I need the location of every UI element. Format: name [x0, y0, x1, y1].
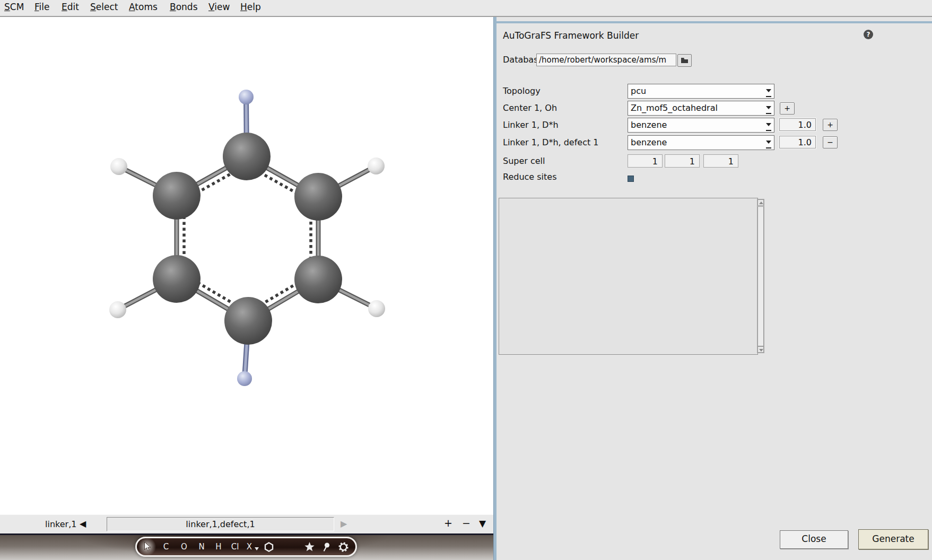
tab-active-linker-defect[interactable]: linker,1,defect,1: [107, 517, 334, 531]
panel-top-accent: [497, 21, 932, 23]
supercell-x-input[interactable]: 1: [628, 154, 663, 168]
element-toolbar: C O N H Cl X: [135, 537, 357, 557]
linker1-defect-dropdown[interactable]: benzene: [628, 135, 774, 150]
add-linker-button[interactable]: +: [823, 119, 838, 131]
folder-icon: [681, 57, 689, 64]
generate-button[interactable]: Generate: [858, 529, 928, 549]
panel-title: AuToGraFS Framework Builder: [503, 30, 639, 41]
scroll-down-button[interactable]: [757, 346, 764, 353]
molecule-list-dropdown-icon[interactable]: ▼: [479, 518, 486, 529]
element-c-button[interactable]: C: [160, 538, 172, 555]
remove-defect-button[interactable]: −: [823, 136, 838, 148]
menu-bonds[interactable]: Bonds: [170, 2, 198, 12]
balloon-pin-icon[interactable]: [320, 538, 332, 555]
menu-edit[interactable]: Edit: [62, 2, 79, 12]
carbon-atom[interactable]: [294, 256, 342, 303]
element-x-dropdown-icon[interactable]: [254, 540, 259, 557]
remove-molecule-button[interactable]: −: [462, 517, 471, 529]
benzene-molecule: [0, 17, 493, 514]
close-button[interactable]: Close: [780, 530, 848, 549]
carbon-atom[interactable]: [224, 297, 272, 345]
supercell-z-input[interactable]: 1: [703, 154, 738, 168]
carbon-atom[interactable]: [223, 133, 271, 180]
tab-linker1-label[interactable]: linker,1: [45, 519, 76, 529]
autografs-panel: AuToGraFS Framework Builder ? Database /…: [497, 17, 932, 560]
database-browse-button[interactable]: [677, 54, 692, 67]
viewer-bottom-strip: C O N H Cl X: [0, 535, 493, 560]
linker1-defect-amount-input[interactable]: 1.0: [779, 136, 816, 148]
center1-label: Center 1, Oh: [503, 103, 557, 113]
gear-icon[interactable]: [336, 538, 350, 555]
supercell-y-input[interactable]: 1: [665, 154, 700, 168]
hydrogen-atom[interactable]: [368, 158, 385, 174]
topology-dropdown[interactable]: pcu: [628, 84, 774, 99]
chevron-down-icon: [766, 106, 771, 109]
chevron-down-icon: [766, 89, 771, 92]
scrollbar-thumb[interactable]: [757, 206, 764, 346]
cursor-tool-icon[interactable]: [141, 538, 154, 555]
element-cl-button[interactable]: Cl: [228, 538, 242, 555]
database-path-input[interactable]: /home/robert/workspace/ams/m: [536, 54, 676, 66]
carbon-atom[interactable]: [153, 172, 201, 220]
help-button[interactable]: ?: [864, 30, 873, 39]
linker1-label: Linker 1, D*h: [503, 120, 559, 130]
linker1-dropdown[interactable]: benzene: [628, 118, 774, 133]
element-o-button[interactable]: O: [178, 538, 190, 555]
ring-hexagon-icon[interactable]: [262, 538, 276, 555]
linker1-defect-label: Linker 1, D*h, defect 1: [503, 137, 599, 147]
chevron-down-icon: [766, 141, 771, 144]
carbon-atom[interactable]: [153, 255, 201, 303]
menu-bar: SCM File Edit Select Atoms Bonds View He…: [0, 0, 932, 17]
add-center-button[interactable]: +: [780, 102, 795, 115]
menu-file[interactable]: File: [34, 2, 49, 12]
element-h-button[interactable]: H: [213, 538, 224, 555]
menu-help[interactable]: Help: [240, 2, 261, 12]
hydrogen-atom[interactable]: [368, 300, 385, 317]
element-x-button[interactable]: X: [244, 538, 255, 555]
tab-prev-arrow-icon[interactable]: ◀: [80, 519, 86, 529]
menu-atoms[interactable]: Atoms: [129, 2, 158, 12]
star-icon[interactable]: [302, 538, 316, 555]
connection-atom[interactable]: [237, 371, 252, 386]
center1-dropdown[interactable]: Zn_mof5_octahedral: [628, 101, 774, 116]
molecule-tab-bar: linker,1 ◀ linker,1,defect,1 ▶ + − ▼: [0, 514, 493, 534]
menu-scm[interactable]: SCM: [4, 2, 24, 12]
molecule-viewport[interactable]: [0, 17, 493, 514]
supercell-label: Super cell: [503, 156, 545, 166]
tab-next-arrow-icon[interactable]: ▶: [341, 519, 347, 529]
scroll-up-button[interactable]: [757, 199, 764, 206]
menu-select[interactable]: Select: [90, 2, 118, 12]
topology-label: Topology: [503, 86, 541, 96]
reduce-sites-checkbox[interactable]: [628, 176, 634, 182]
menu-view[interactable]: View: [208, 2, 230, 12]
reduce-sites-label: Reduce sites: [503, 172, 557, 182]
element-n-button[interactable]: N: [196, 538, 207, 555]
hydrogen-atom[interactable]: [110, 158, 127, 175]
results-listbox[interactable]: [499, 198, 758, 355]
hydrogen-atom[interactable]: [109, 301, 126, 318]
add-molecule-button[interactable]: +: [444, 517, 452, 529]
chevron-down-icon: [766, 123, 771, 126]
application-window: SCM File Edit Select Atoms Bonds View He…: [0, 0, 932, 560]
carbon-atom[interactable]: [294, 173, 342, 221]
linker1-amount-input[interactable]: 1.0: [779, 118, 816, 131]
connection-atom[interactable]: [239, 90, 254, 104]
results-scrollbar[interactable]: [757, 199, 764, 353]
